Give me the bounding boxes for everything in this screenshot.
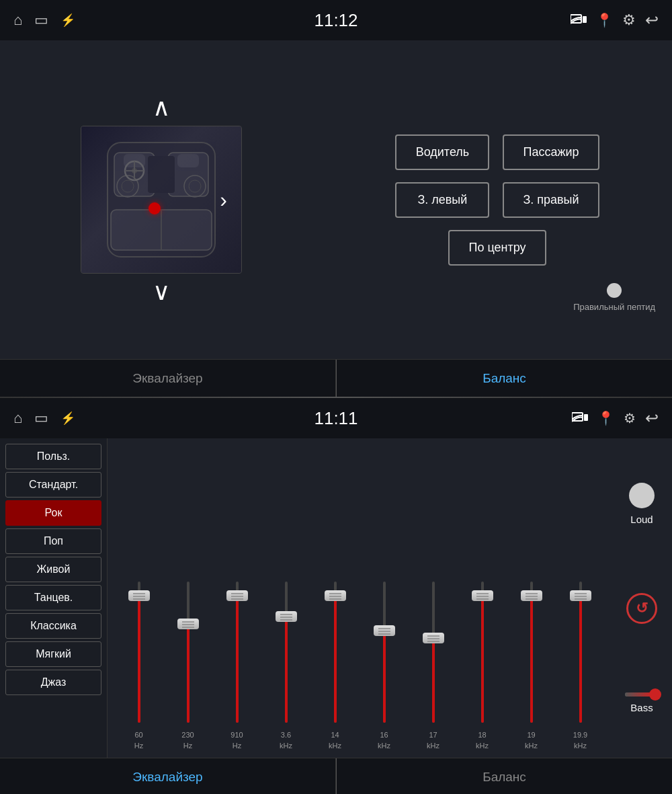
back-icon[interactable]: ↩: [645, 11, 659, 30]
status-right-bottom: 📍 ⚙ ↩: [572, 409, 659, 428]
home-icon-bottom[interactable]: ⌂: [13, 409, 22, 427]
tab-equalizer-bottom[interactable]: Эквалайзер: [0, 758, 336, 794]
status-bar-top: ⌂ ▭ ⚡ 11:12 📍 ⚙ ↩: [0, 0, 672, 40]
bluetooth-icon: ⚙: [622, 11, 636, 29]
svg-rect-6: [177, 154, 199, 167]
preset-dance[interactable]: Танцев.: [5, 585, 101, 610]
preset-standard[interactable]: Стандарт.: [5, 472, 101, 498]
eq-labels: 60Hz230Hz910Hz3.6kHz14kHz16kHz17kHz18kHz…: [114, 726, 605, 751]
center-button[interactable]: По центру: [448, 230, 546, 266]
cast-icon-bottom: [572, 410, 588, 427]
down-arrow[interactable]: ∨: [139, 274, 183, 310]
slider-thumb-2[interactable]: [226, 590, 248, 601]
balance-content: ∧ ‹: [0, 40, 672, 359]
eq-slider-wrap-5[interactable]: [371, 575, 398, 723]
slider-thumb-7[interactable]: [472, 590, 493, 601]
eq-slider-wrap-9[interactable]: [567, 575, 594, 723]
eq-label-6: 17kHz: [420, 730, 447, 751]
loud-control: Loud: [629, 483, 655, 525]
eq-right-controls: Loud ↺ Bass: [612, 438, 672, 758]
eq-slider-wrap-7[interactable]: [469, 575, 496, 723]
eq-slider-wrap-1[interactable]: [175, 575, 202, 723]
reset-button[interactable]: ↺: [626, 593, 657, 624]
status-left-icons: ⌂ ▭ ⚡: [13, 11, 75, 29]
rear-right-button[interactable]: З. правый: [503, 182, 599, 218]
passenger-button[interactable]: Пассажир: [503, 134, 599, 170]
bass-fill: [625, 692, 652, 697]
clock-bottom: 11:11: [314, 408, 358, 429]
rear-left-button[interactable]: З. левый: [395, 182, 489, 218]
bass-track: [625, 692, 659, 697]
eq-label-9: 19.9kHz: [567, 730, 594, 751]
up-arrow[interactable]: ∧: [139, 89, 183, 126]
location-icon: 📍: [596, 12, 613, 28]
tab-balance-top[interactable]: Баланс: [337, 360, 672, 397]
eq-label-2: 910Hz: [224, 730, 251, 751]
eq-sliders: [114, 452, 605, 726]
bass-label: Bass: [630, 702, 653, 713]
eq-label-7: 18kHz: [469, 730, 496, 751]
bluetooth-icon-bottom: ⚙: [624, 410, 636, 426]
tab-balance-bottom[interactable]: Баланс: [337, 758, 672, 794]
info-indicator: Правильный пептид: [573, 283, 655, 312]
clock-top: 11:12: [314, 10, 358, 31]
eq-slider-wrap-0[interactable]: [126, 575, 153, 723]
loud-label: Loud: [630, 514, 653, 525]
tab-bar-top: Эквалайзер Баланс: [0, 359, 672, 397]
status-right-icons: 📍 ⚙ ↩: [571, 11, 659, 30]
eq-slider-wrap-3[interactable]: [273, 575, 300, 723]
driver-button[interactable]: Водитель: [395, 134, 489, 170]
usb-icon-bottom[interactable]: ⚡: [60, 411, 75, 426]
preset-pop[interactable]: Поп: [5, 528, 101, 554]
eq-slider-wrap-6[interactable]: [420, 575, 447, 723]
info-text: Правильный пептид: [573, 302, 655, 312]
loud-button[interactable]: [629, 483, 655, 508]
eq-slider-wrap-4[interactable]: [322, 575, 349, 723]
slider-thumb-1[interactable]: [177, 619, 199, 629]
usb-icon[interactable]: ⚡: [60, 13, 75, 28]
slider-thumb-8[interactable]: [521, 590, 542, 601]
status-left-bottom: ⌂ ▭ ⚡: [13, 409, 75, 427]
eq-sidebar: Польз.Стандарт.РокПопЖивойТанцев.Классик…: [0, 438, 108, 758]
slider-thumb-9[interactable]: [570, 590, 591, 601]
preset-jazz[interactable]: Джаз: [5, 670, 101, 695]
slider-thumb-3[interactable]: [276, 611, 297, 622]
bass-thumb: [649, 688, 661, 701]
eq-content: Польз.Стандарт.РокПопЖивойТанцев.Классик…: [0, 438, 672, 758]
top-panel: ⌂ ▭ ⚡ 11:12 📍 ⚙ ↩ ∧ ‹: [0, 0, 672, 397]
eq-label-1: 230Hz: [175, 730, 202, 751]
back-icon-bottom[interactable]: ↩: [645, 409, 659, 428]
svg-rect-1: [583, 16, 587, 23]
tab-equalizer-top[interactable]: Эквалайзер: [0, 360, 336, 397]
eq-label-8: 19kHz: [518, 730, 545, 751]
eq-slider-wrap-8[interactable]: [518, 575, 545, 723]
location-icon-bottom: 📍: [597, 410, 614, 426]
eq-label-5: 16kHz: [371, 730, 398, 751]
slider-thumb-5[interactable]: [374, 625, 395, 636]
screen-icon-bottom[interactable]: ▭: [34, 409, 48, 427]
preset-user[interactable]: Польз.: [5, 444, 101, 469]
preset-soft[interactable]: Мягкий: [5, 641, 101, 667]
slider-thumb-6[interactable]: [423, 633, 444, 643]
bass-control: Bass: [625, 692, 659, 713]
tab-bar-bottom: Эквалайзер Баланс: [0, 758, 672, 794]
btn-row-2: З. левый З. правый: [395, 182, 599, 218]
slider-thumb-4[interactable]: [325, 590, 346, 601]
right-arrow[interactable]: ›: [212, 182, 235, 218]
svg-rect-9: [148, 156, 175, 193]
screen-icon[interactable]: ▭: [34, 11, 48, 29]
preset-rock[interactable]: Рок: [5, 500, 101, 526]
bass-slider[interactable]: [625, 692, 659, 697]
status-bar-bottom: ⌂ ▭ ⚡ 11:11 📍 ⚙ ↩: [0, 398, 672, 438]
speaker-area: ∧ ‹: [0, 40, 323, 359]
home-icon[interactable]: ⌂: [13, 11, 22, 29]
preset-live[interactable]: Живой: [5, 557, 101, 582]
preset-classic[interactable]: Классика: [5, 613, 101, 639]
seats-svg: [94, 136, 228, 264]
slider-thumb-0[interactable]: [128, 590, 150, 601]
bottom-panel: ⌂ ▭ ⚡ 11:11 📍 ⚙ ↩ Польз.Стандарт.РокПопЖ…: [0, 398, 672, 794]
btn-row-1: Водитель Пассажир: [395, 134, 599, 170]
btn-row-3: По центру: [448, 230, 546, 266]
eq-main: 60Hz230Hz910Hz3.6kHz14kHz16kHz17kHz18kHz…: [108, 438, 612, 758]
eq-slider-wrap-2[interactable]: [224, 575, 251, 723]
